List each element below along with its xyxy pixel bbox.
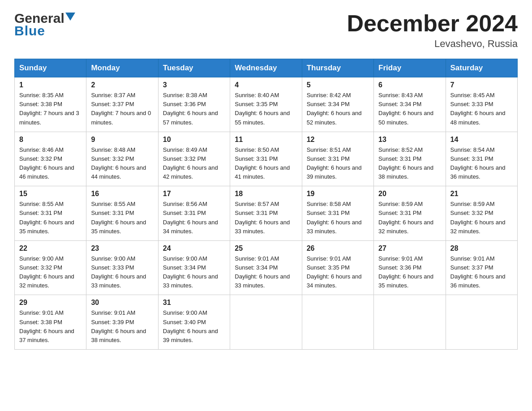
- calendar-cell: 25 Sunrise: 9:01 AMSunset: 3:34 PMDaylig…: [230, 240, 302, 295]
- calendar-cell: 21 Sunrise: 8:59 AMSunset: 3:32 PMDaylig…: [446, 186, 517, 241]
- day-header-wednesday: Wednesday: [230, 59, 302, 77]
- day-header-saturday: Saturday: [446, 59, 517, 77]
- day-header-monday: Monday: [86, 59, 158, 77]
- day-info: Sunrise: 9:00 AMSunset: 3:34 PMDaylight:…: [163, 255, 218, 289]
- page-header: General Blue December 2024 Levashevo, Ru…: [14, 11, 518, 50]
- calendar-cell: 8 Sunrise: 8:46 AMSunset: 3:32 PMDayligh…: [15, 132, 86, 186]
- calendar-week-5: 29 Sunrise: 9:01 AMSunset: 3:38 PMDaylig…: [15, 295, 518, 350]
- calendar-cell: 18 Sunrise: 8:57 AMSunset: 3:31 PMDaylig…: [230, 186, 302, 241]
- day-info: Sunrise: 8:40 AMSunset: 3:35 PMDaylight:…: [235, 92, 290, 125]
- calendar-cell: 27 Sunrise: 9:01 AMSunset: 3:36 PMDaylig…: [374, 240, 446, 295]
- calendar-cell: 30 Sunrise: 9:01 AMSunset: 3:39 PMDaylig…: [86, 295, 158, 350]
- day-number: 21: [450, 190, 513, 198]
- calendar-cell: [230, 295, 302, 350]
- calendar-cell: 20 Sunrise: 8:59 AMSunset: 3:31 PMDaylig…: [374, 186, 446, 241]
- day-info: Sunrise: 8:46 AMSunset: 3:32 PMDaylight:…: [19, 146, 74, 180]
- day-number: 13: [378, 136, 441, 144]
- day-number: 1: [19, 81, 82, 89]
- day-info: Sunrise: 8:48 AMSunset: 3:32 PMDaylight:…: [91, 146, 146, 180]
- day-number: 29: [19, 299, 82, 307]
- day-number: 23: [91, 244, 153, 253]
- calendar-cell: 28 Sunrise: 9:01 AMSunset: 3:37 PMDaylig…: [446, 240, 517, 295]
- day-number: 12: [307, 136, 369, 144]
- day-number: 16: [91, 190, 153, 198]
- day-number: 2: [91, 81, 153, 89]
- day-number: 24: [163, 244, 225, 253]
- svg-marker-0: [65, 13, 75, 21]
- calendar-cell: 13 Sunrise: 8:52 AMSunset: 3:31 PMDaylig…: [374, 132, 446, 186]
- logo-blue: Blue: [14, 23, 45, 38]
- calendar-cell: 31 Sunrise: 9:00 AMSunset: 3:40 PMDaylig…: [158, 295, 230, 350]
- day-number: 19: [307, 190, 369, 198]
- day-number: 18: [235, 190, 297, 198]
- calendar-cell: 6 Sunrise: 8:43 AMSunset: 3:34 PMDayligh…: [374, 77, 446, 132]
- day-info: Sunrise: 8:51 AMSunset: 3:31 PMDaylight:…: [307, 146, 362, 180]
- day-info: Sunrise: 8:38 AMSunset: 3:36 PMDaylight:…: [163, 92, 218, 125]
- logo: General Blue: [14, 11, 75, 39]
- day-info: Sunrise: 9:01 AMSunset: 3:34 PMDaylight:…: [235, 255, 290, 289]
- day-number: 3: [163, 81, 225, 89]
- day-header-friday: Friday: [374, 59, 446, 77]
- calendar-cell: [302, 295, 373, 350]
- day-info: Sunrise: 8:37 AMSunset: 3:37 PMDaylight:…: [91, 92, 151, 125]
- calendar-cell: 9 Sunrise: 8:48 AMSunset: 3:32 PMDayligh…: [86, 132, 158, 186]
- day-info: Sunrise: 8:42 AMSunset: 3:34 PMDaylight:…: [307, 92, 362, 125]
- day-info: Sunrise: 9:00 AMSunset: 3:33 PMDaylight:…: [91, 255, 146, 289]
- main-title: December 2024: [347, 11, 518, 36]
- day-info: Sunrise: 8:57 AMSunset: 3:31 PMDaylight:…: [235, 201, 290, 234]
- calendar-cell: 2 Sunrise: 8:37 AMSunset: 3:37 PMDayligh…: [86, 77, 158, 132]
- calendar-cell: 7 Sunrise: 8:45 AMSunset: 3:33 PMDayligh…: [446, 77, 517, 132]
- day-info: Sunrise: 9:01 AMSunset: 3:37 PMDaylight:…: [450, 255, 506, 289]
- calendar-cell: 4 Sunrise: 8:40 AMSunset: 3:35 PMDayligh…: [230, 77, 302, 132]
- day-number: 6: [378, 81, 441, 89]
- calendar-cell: 19 Sunrise: 8:58 AMSunset: 3:31 PMDaylig…: [302, 186, 373, 241]
- day-number: 11: [235, 136, 297, 144]
- day-number: 4: [235, 81, 297, 89]
- day-number: 17: [163, 190, 225, 198]
- day-info: Sunrise: 9:01 AMSunset: 3:38 PMDaylight:…: [19, 309, 74, 343]
- day-number: 8: [19, 136, 82, 144]
- day-info: Sunrise: 9:00 AMSunset: 3:40 PMDaylight:…: [163, 309, 218, 343]
- day-number: 31: [163, 299, 225, 307]
- logo-triangle-icon: [65, 13, 75, 22]
- day-number: 14: [450, 136, 513, 144]
- day-number: 9: [91, 136, 153, 144]
- calendar-header-row: SundayMondayTuesdayWednesdayThursdayFrid…: [15, 59, 518, 77]
- calendar-cell: 23 Sunrise: 9:00 AMSunset: 3:33 PMDaylig…: [86, 240, 158, 295]
- calendar-cell: 16 Sunrise: 8:55 AMSunset: 3:31 PMDaylig…: [86, 186, 158, 241]
- day-info: Sunrise: 8:59 AMSunset: 3:32 PMDaylight:…: [450, 201, 506, 234]
- day-info: Sunrise: 9:01 AMSunset: 3:36 PMDaylight:…: [378, 255, 433, 289]
- subtitle: Levashevo, Russia: [347, 38, 518, 50]
- calendar-week-1: 1 Sunrise: 8:35 AMSunset: 3:38 PMDayligh…: [15, 77, 518, 132]
- calendar-cell: 14 Sunrise: 8:54 AMSunset: 3:31 PMDaylig…: [446, 132, 517, 186]
- calendar-cell: [374, 295, 446, 350]
- day-header-thursday: Thursday: [302, 59, 373, 77]
- day-info: Sunrise: 9:01 AMSunset: 3:39 PMDaylight:…: [91, 309, 146, 343]
- day-header-tuesday: Tuesday: [158, 59, 230, 77]
- day-info: Sunrise: 8:55 AMSunset: 3:31 PMDaylight:…: [19, 201, 74, 234]
- calendar-week-3: 15 Sunrise: 8:55 AMSunset: 3:31 PMDaylig…: [15, 186, 518, 241]
- day-number: 15: [19, 190, 82, 198]
- calendar-cell: 12 Sunrise: 8:51 AMSunset: 3:31 PMDaylig…: [302, 132, 373, 186]
- day-number: 20: [378, 190, 441, 198]
- day-number: 28: [450, 244, 513, 253]
- calendar-week-4: 22 Sunrise: 9:00 AMSunset: 3:32 PMDaylig…: [15, 240, 518, 295]
- day-number: 5: [307, 81, 369, 89]
- calendar-cell: 29 Sunrise: 9:01 AMSunset: 3:38 PMDaylig…: [15, 295, 86, 350]
- day-info: Sunrise: 8:43 AMSunset: 3:34 PMDaylight:…: [378, 92, 433, 125]
- day-number: 27: [378, 244, 441, 253]
- day-info: Sunrise: 8:49 AMSunset: 3:32 PMDaylight:…: [163, 146, 218, 180]
- day-info: Sunrise: 8:58 AMSunset: 3:31 PMDaylight:…: [307, 201, 362, 234]
- day-number: 10: [163, 136, 225, 144]
- calendar-cell: 11 Sunrise: 8:50 AMSunset: 3:31 PMDaylig…: [230, 132, 302, 186]
- day-header-sunday: Sunday: [15, 59, 86, 77]
- calendar-cell: 15 Sunrise: 8:55 AMSunset: 3:31 PMDaylig…: [15, 186, 86, 241]
- day-info: Sunrise: 8:50 AMSunset: 3:31 PMDaylight:…: [235, 146, 290, 180]
- calendar-cell: 24 Sunrise: 9:00 AMSunset: 3:34 PMDaylig…: [158, 240, 230, 295]
- day-info: Sunrise: 9:01 AMSunset: 3:35 PMDaylight:…: [307, 255, 362, 289]
- day-info: Sunrise: 9:00 AMSunset: 3:32 PMDaylight:…: [19, 255, 74, 289]
- day-number: 22: [19, 244, 82, 253]
- title-block: December 2024 Levashevo, Russia: [347, 11, 518, 50]
- day-info: Sunrise: 8:54 AMSunset: 3:31 PMDaylight:…: [450, 146, 506, 180]
- calendar-cell: 22 Sunrise: 9:00 AMSunset: 3:32 PMDaylig…: [15, 240, 86, 295]
